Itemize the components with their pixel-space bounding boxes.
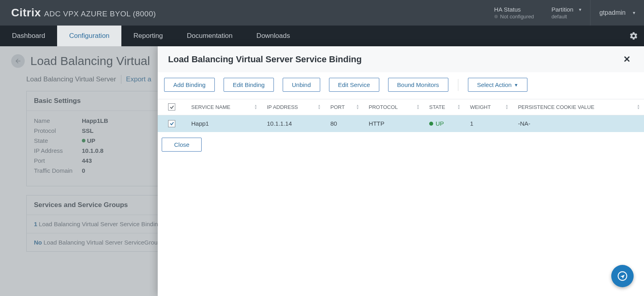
cell-port: 80 xyxy=(325,115,363,132)
user-name: gtpadmin xyxy=(599,9,626,16)
paper-plane-icon xyxy=(617,271,628,281)
cell-weight: 1 xyxy=(464,115,512,132)
brand-main: Citrix xyxy=(11,6,41,19)
cell-ip: 10.1.1.14 xyxy=(261,115,325,132)
cell-protocol: HTTP xyxy=(363,115,424,132)
select-all-checkbox[interactable] xyxy=(168,103,175,111)
tab-downloads[interactable]: Downloads xyxy=(244,26,302,46)
cell-service-name: Happ1 xyxy=(186,115,261,132)
partition-value: default xyxy=(551,14,567,20)
cell-pcookie: -NA- xyxy=(512,115,644,132)
ha-status-value: Not configured xyxy=(494,14,534,20)
close-panel-button[interactable]: ✕ xyxy=(620,53,634,66)
col-persistence-cookie[interactable]: PERSISTENCE COOKIE VALUE▲▼ xyxy=(512,99,644,115)
brand-sub: ADC VPX AZURE BYOL (8000) xyxy=(44,10,156,18)
bindings-table: SERVICE NAME▲▼ IP ADDRESS▲▼ PORT▲▼ PROTO… xyxy=(158,99,644,132)
service-binding-panel: Load Balancing Virtual Server Service Bi… xyxy=(158,46,644,296)
edit-binding-button[interactable]: Edit Binding xyxy=(224,78,274,92)
check-icon xyxy=(169,121,174,126)
sort-icon: ▲▼ xyxy=(457,104,460,110)
gear-icon xyxy=(629,32,638,40)
ha-status-group: HA Status Not configured xyxy=(485,0,543,26)
col-port[interactable]: PORT▲▼ xyxy=(325,99,363,115)
status-up-icon xyxy=(429,122,433,126)
top-bar: Citrix ADC VPX AZURE BYOL (8000) HA Stat… xyxy=(0,0,644,26)
partition-label: Partition xyxy=(551,6,573,13)
sort-icon: ▲▼ xyxy=(637,104,640,110)
close-icon: ✕ xyxy=(623,54,630,64)
edit-service-button[interactable]: Edit Service xyxy=(329,78,379,92)
tab-configuration[interactable]: Configuration xyxy=(57,26,121,46)
help-fab-button[interactable] xyxy=(611,265,634,287)
tab-dashboard[interactable]: Dashboard xyxy=(0,26,57,46)
col-state[interactable]: STATE▲▼ xyxy=(424,99,464,115)
close-button[interactable]: Close xyxy=(162,138,202,152)
col-service-name[interactable]: SERVICE NAME▲▼ xyxy=(186,99,261,115)
ha-status-label: HA Status xyxy=(494,6,521,13)
unbind-button[interactable]: Unbind xyxy=(283,78,320,92)
col-ip-address[interactable]: IP ADDRESS▲▼ xyxy=(261,99,325,115)
select-action-button[interactable]: Select Action ▼ xyxy=(468,78,528,92)
check-icon xyxy=(169,105,174,110)
add-binding-button[interactable]: Add Binding xyxy=(164,78,215,92)
tab-reporting[interactable]: Reporting xyxy=(121,26,175,46)
main-nav: Dashboard Configuration Reporting Docume… xyxy=(0,26,644,46)
partition-group[interactable]: Partition ▾ default xyxy=(543,0,590,26)
sort-icon: ▲▼ xyxy=(505,104,508,110)
tab-documentation[interactable]: Documentation xyxy=(175,26,244,46)
toolbar-divider xyxy=(458,79,458,91)
col-weight[interactable]: WEIGHT▲▼ xyxy=(464,99,512,115)
settings-gear-button[interactable] xyxy=(623,26,644,46)
panel-title: Load Balancing Virtual Server Service Bi… xyxy=(168,54,362,65)
sort-icon: ▲▼ xyxy=(416,104,420,110)
row-checkbox[interactable] xyxy=(168,120,175,127)
status-dot-icon xyxy=(494,15,498,18)
table-row[interactable]: Happ1 10.1.1.14 80 HTTP UP 1 -NA- xyxy=(158,115,644,132)
bound-monitors-button[interactable]: Bound Monitors xyxy=(388,78,448,92)
chevron-down-icon: ▾ xyxy=(633,10,635,16)
sort-icon: ▲▼ xyxy=(254,104,258,110)
chevron-down-icon: ▾ xyxy=(579,7,581,12)
brand: Citrix ADC VPX AZURE BYOL (8000) xyxy=(0,6,156,19)
user-menu[interactable]: gtpadmin ▾ xyxy=(590,0,644,26)
panel-toolbar: Add Binding Edit Binding Unbind Edit Ser… xyxy=(158,72,644,99)
sort-icon: ▲▼ xyxy=(356,104,359,110)
chevron-down-icon: ▼ xyxy=(514,83,518,87)
cell-state: UP xyxy=(424,115,464,132)
col-protocol[interactable]: PROTOCOL▲▼ xyxy=(363,99,424,115)
sort-icon: ▲▼ xyxy=(318,104,321,110)
